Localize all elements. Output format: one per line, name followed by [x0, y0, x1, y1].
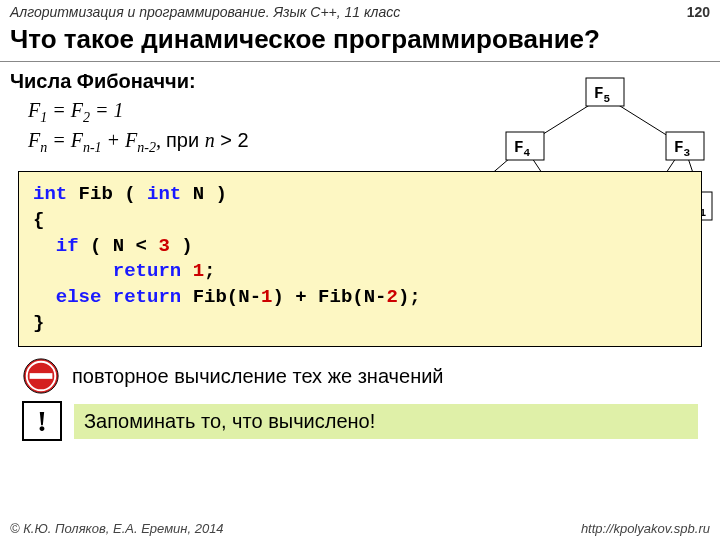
code-block: int Fib ( int N ) { if ( N < 3 ) return … [18, 171, 702, 347]
warning-text-2: Запоминать то, что вычислено! [74, 404, 698, 439]
course-label: Алгоритмизация и программирование. Язык … [10, 4, 400, 20]
svg-rect-28 [30, 373, 53, 379]
page-title: Что такое динамическое программирование? [0, 22, 720, 62]
footer-url: http://kpolyakov.spb.ru [581, 521, 710, 536]
warning-text-1: повторное вычисление тех же значений [72, 365, 444, 388]
stop-icon [22, 357, 60, 395]
copyright: © К.Ю. Поляков, Е.А. Еремин, 2014 [10, 521, 224, 536]
exclamation-icon: ! [22, 401, 62, 441]
page-number: 120 [687, 4, 710, 20]
